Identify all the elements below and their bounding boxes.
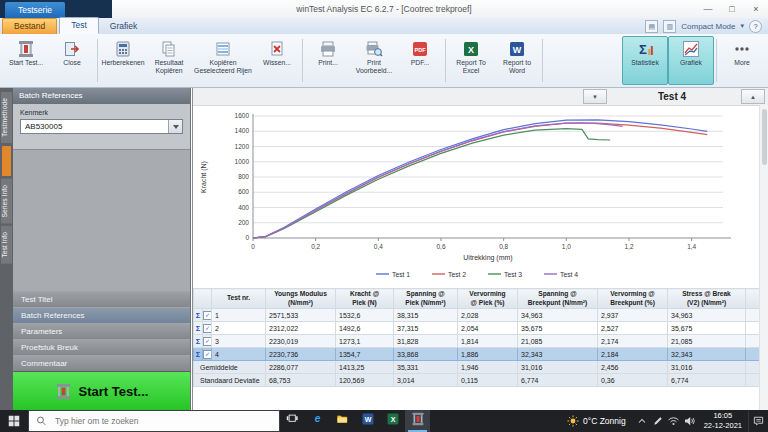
vertical-scrollbar[interactable] — [759, 105, 768, 410]
ribbon-button-pdf[interactable]: PDFPDF... — [397, 36, 443, 85]
row-checkbox[interactable]: ✓ — [203, 311, 212, 320]
table-row-test-3[interactable]: Σ✓32230,0191273,131,8281,81421,0852,1742… — [194, 335, 761, 348]
results-table: Test nr.Youngs Modulus(N/mm²)Kracht @Pie… — [193, 288, 761, 387]
sun-icon — [567, 415, 579, 427]
table-row-test-2[interactable]: Σ✓22312,0221492,637,3152,05435,6752,5273… — [194, 322, 761, 335]
ribbon-button-start-test[interactable]: Start Test... — [3, 36, 49, 85]
taskbar-app-excel[interactable]: X — [380, 410, 405, 432]
taskbar-app-wintest[interactable] — [405, 410, 430, 432]
column-header-kracht-[interactable]: Kracht @Piek (N) — [336, 289, 394, 309]
action-center-button[interactable] — [748, 410, 768, 432]
maximize-button[interactable]: □ — [720, 0, 744, 18]
panel-header-batch-references[interactable]: Batch References — [13, 88, 190, 104]
ribbon-button-print[interactable]: Print... — [305, 36, 351, 85]
ribbon-group: HerberekenenResultaat KopiërenKopiëren G… — [100, 36, 300, 85]
weather-text: 0°C Zonnig — [583, 416, 626, 426]
help-icon[interactable]: ? — [749, 20, 762, 33]
table-row-test-4[interactable]: Σ✓42230,7361354,733,8681,88632,3432,1843… — [194, 348, 761, 361]
minimize-button[interactable]: — — [696, 0, 720, 18]
volume-tray-icon[interactable] — [682, 410, 698, 432]
ribbon-button-close[interactable]: Close — [49, 36, 95, 85]
column-header-youngs-modulus[interactable]: Youngs Modulus(N/mm²) — [266, 289, 336, 309]
column-header-vervorming[interactable]: Vervorming@ Piek (%) — [458, 289, 518, 309]
sigma-icon[interactable]: Σ — [196, 324, 201, 333]
ribbon-button-statistiek[interactable]: ΣStatistiek — [622, 36, 668, 85]
start-test-button[interactable]: Start Test... — [13, 371, 190, 410]
search-input[interactable] — [53, 415, 272, 427]
ribbon-group: ΣStatistiekGrafiek — [622, 36, 714, 85]
test-dropdown-button[interactable]: ▼ — [583, 89, 607, 104]
column-header-vervorming-[interactable]: Vervorming @Breekpunt (%) — [598, 289, 668, 309]
value-cell: 21,085 — [518, 335, 598, 348]
ribbon-button-report-to-excel[interactable]: XReport To Excel — [448, 36, 494, 85]
windows-logo-icon — [8, 415, 20, 427]
ribbon-body: Start Test...CloseHerberekenenResultaat … — [0, 34, 768, 88]
panel-section-proefstuk-breuk[interactable]: Proefstuk Breuk — [13, 340, 190, 355]
ribbon-button-grafiek[interactable]: Grafiek — [668, 36, 714, 85]
close-button[interactable]: × — [744, 0, 768, 18]
ribbon-options: ▤ ▥ Compact Mode ▾ ? — [645, 18, 768, 34]
svg-text:Test 1: Test 1 — [392, 271, 410, 278]
side-tab-testmethode[interactable]: Testmethode — [1, 92, 12, 143]
taskbar-app-task-view[interactable] — [280, 410, 305, 432]
ribbon-button-resultaat-kopieren[interactable]: Resultaat Kopiëren — [146, 36, 192, 85]
value-cell: 35,675 — [668, 322, 746, 335]
clock[interactable]: 16:05 22-12-2021 — [698, 411, 748, 431]
dropdown-arrow-icon[interactable] — [168, 120, 182, 133]
panel-section-test-titel[interactable]: Test Titel — [13, 292, 190, 307]
svg-text:0,8: 0,8 — [499, 243, 508, 250]
row-checkbox[interactable]: ✓ — [203, 337, 212, 346]
ribbon-button-wissen[interactable]: Wissen... — [254, 36, 300, 85]
pen-tray-icon[interactable] — [650, 410, 666, 432]
tray-expand-button[interactable] — [634, 410, 650, 432]
panel-section-batch-references[interactable]: Batch References — [13, 308, 190, 323]
layout-icon[interactable]: ▤ — [645, 20, 658, 33]
column-header-test-nr-[interactable]: Test nr. — [212, 289, 266, 309]
display-icon[interactable]: ▥ — [663, 20, 676, 33]
taskbar-app-word[interactable]: W — [355, 410, 380, 432]
weather-widget[interactable]: 0°C Zonnig — [559, 415, 634, 427]
taskbar-search[interactable] — [28, 410, 280, 432]
document-tab-testserie[interactable]: Testserie — [5, 2, 65, 18]
summary-value-cell: 0,36 — [598, 374, 668, 387]
ribbon-button-kopieren-geselecteerd-rijen[interactable]: Kopiëren Geselecteerd Rijen — [192, 36, 254, 85]
test-selector-strip: ▼ Test 4 ▲ — [193, 88, 768, 106]
value-cell: 1354,7 — [336, 348, 394, 361]
chevron-down-icon[interactable]: ▾ — [740, 22, 744, 30]
copy-icon — [160, 39, 178, 58]
collapse-panel-button[interactable]: ▲ — [741, 89, 765, 104]
sigma-icon[interactable]: Σ — [196, 337, 201, 346]
table-row-test-1[interactable]: Σ✓12571,5331532,638,3152,02834,9632,9373… — [194, 309, 761, 322]
search-icon — [36, 415, 47, 427]
kenmerk-dropdown[interactable]: AB530005 — [20, 119, 183, 134]
row-checkbox[interactable]: ✓ — [203, 324, 212, 333]
panel-section-commentaar[interactable]: Commentaar — [13, 356, 190, 371]
start-menu-button[interactable] — [0, 410, 28, 432]
ribbon-group: Print...Print Voorbeeld...PDFPDF... — [305, 36, 443, 85]
network-tray-icon[interactable] — [666, 410, 682, 432]
ribbon-button-more[interactable]: More — [719, 36, 765, 85]
sigma-icon[interactable]: Σ — [196, 350, 201, 359]
ribbon-button-report-to-word[interactable]: WReport to Word — [494, 36, 540, 85]
ribbon-tab-grafiek[interactable]: Grafiek — [99, 19, 148, 34]
panel-section-parameters[interactable]: Parameters — [13, 324, 190, 339]
taskbar-app-explorer[interactable] — [330, 410, 355, 432]
ribbon-button-herberekenen[interactable]: Herberekenen — [100, 36, 146, 85]
side-tab-series-info[interactable]: Series Info — [1, 179, 12, 224]
column-header-spanning-[interactable]: Spanning @Piek (N/mm²) — [394, 289, 458, 309]
taskbar-app-edge[interactable]: e — [305, 410, 330, 432]
svg-text:1,0: 1,0 — [562, 243, 571, 250]
row-checkbox[interactable]: ✓ — [203, 350, 212, 359]
column-header-spanning-[interactable]: Spanning @Breekpunt (N/mm²) — [518, 289, 598, 309]
ribbon-tab-test[interactable]: Test — [59, 17, 99, 34]
side-tab-test-info[interactable]: Test Info — [1, 226, 12, 264]
compact-mode-label[interactable]: Compact Mode — [681, 22, 735, 31]
summary-label: Standaard Deviatie — [194, 374, 266, 387]
column-header-stress-break[interactable]: Stress @ Break(V2) (N/mm²) — [668, 289, 746, 309]
ribbon-tab-bestand[interactable]: Bestand — [2, 18, 57, 34]
ribbon-button-print-voorbeeld[interactable]: Print Voorbeeld... — [351, 36, 397, 85]
sigma-icon[interactable]: Σ — [196, 311, 201, 320]
scrollbar-thumb[interactable] — [762, 109, 767, 165]
window-title: winTest Analysis EC 6.2.7 - [Cootrec tre… — [150, 0, 618, 18]
wintest-icon — [411, 412, 425, 430]
